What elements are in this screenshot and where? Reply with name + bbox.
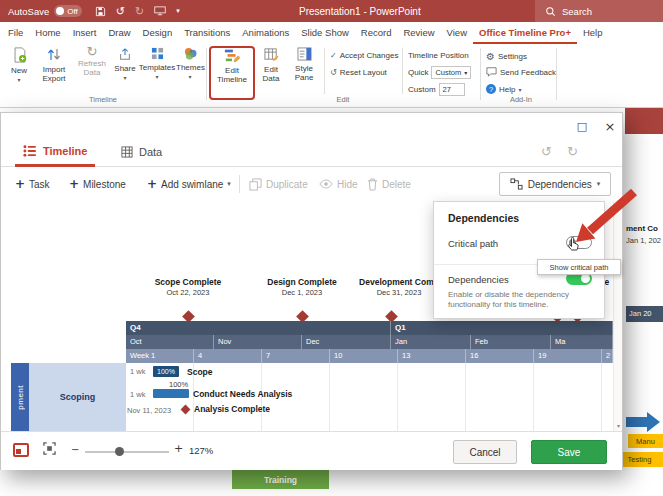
cancel-button[interactable]: Cancel bbox=[453, 440, 517, 464]
present-icon[interactable] bbox=[154, 6, 166, 16]
templates-button[interactable]: Templates ▾ bbox=[138, 47, 176, 97]
task-duration: 1 wk bbox=[130, 390, 145, 399]
edit-data-button[interactable]: Edit Data bbox=[256, 47, 286, 97]
tab-view[interactable]: View bbox=[441, 22, 473, 44]
task-name[interactable]: Scope bbox=[187, 367, 213, 377]
group-label-edit: Edit bbox=[313, 95, 373, 104]
quick-position-row: Quick Custom ▾ bbox=[408, 66, 471, 79]
dialog-tab-timeline[interactable]: Timeline bbox=[15, 137, 95, 167]
new-button[interactable]: New ▾ bbox=[4, 47, 34, 97]
app-window: AutoSave Off ↺ ↻ ▾ Presentation1 - Power… bbox=[0, 0, 663, 496]
ribbon-tab-bar: File Home Insert Draw Design Transitions… bbox=[0, 22, 663, 44]
settings-button[interactable]: ⚙ Settings bbox=[486, 51, 527, 62]
group-divider bbox=[206, 48, 207, 100]
save-button[interactable]: Save bbox=[531, 440, 607, 464]
tab-draw[interactable]: Draw bbox=[102, 22, 136, 44]
milestone-label[interactable]: Scope Complete Oct 22, 2023 bbox=[128, 277, 248, 297]
help-button[interactable]: ? Help ▾ bbox=[486, 84, 521, 94]
week-cell: 7 bbox=[262, 349, 330, 363]
tab-animations[interactable]: Animations bbox=[236, 22, 295, 44]
tab-file[interactable]: File bbox=[2, 22, 29, 44]
tab-slide-show[interactable]: Slide Show bbox=[295, 22, 355, 44]
duplicate-button[interactable]: Duplicate bbox=[249, 167, 308, 201]
dialog-maximize-button[interactable]: □ bbox=[571, 118, 593, 136]
toggle-knob bbox=[581, 274, 590, 283]
refresh-data-button[interactable]: ↻ Refresh Data bbox=[74, 47, 110, 97]
accept-changes-button[interactable]: ✓ Accept Changes bbox=[330, 51, 398, 60]
week-cell: 16 bbox=[466, 349, 534, 363]
timeline-side-strip: pment bbox=[11, 363, 29, 431]
month-cell: Nov bbox=[214, 335, 302, 349]
tab-insert[interactable]: Insert bbox=[67, 22, 103, 44]
reset-icon: ↺ bbox=[330, 68, 337, 77]
add-milestone-button[interactable]: + Milestone bbox=[69, 167, 126, 201]
task-progress-label: 100% bbox=[169, 380, 188, 389]
data-tab-icon bbox=[121, 146, 133, 158]
quarter-cell: Q4 bbox=[126, 321, 391, 335]
zoom-slider-track[interactable] bbox=[85, 451, 169, 453]
delete-button[interactable]: Delete bbox=[367, 167, 411, 201]
zoom-out-icon[interactable]: − bbox=[71, 444, 79, 455]
tab-transitions[interactable]: Transitions bbox=[178, 22, 236, 44]
scroll-down-icon[interactable]: ▾ bbox=[614, 422, 623, 429]
autosave-toggle[interactable]: Off bbox=[54, 5, 82, 17]
save-icon[interactable] bbox=[95, 6, 106, 17]
themes-icon bbox=[184, 47, 197, 60]
undo-icon[interactable]: ↺ bbox=[116, 6, 125, 17]
tab-review[interactable]: Review bbox=[397, 22, 440, 44]
import-export-icon bbox=[47, 47, 61, 62]
slide-boundaries-icon[interactable] bbox=[13, 443, 29, 457]
slide-arrow-shape bbox=[626, 412, 662, 432]
dialog-tab-data[interactable]: Data bbox=[113, 137, 170, 167]
task-bar[interactable] bbox=[153, 389, 189, 398]
dialog-close-button[interactable]: × bbox=[599, 118, 621, 136]
add-task-button[interactable]: + Task bbox=[15, 167, 50, 201]
dependencies-button[interactable]: Dependencies ▾ bbox=[499, 172, 611, 196]
slide-training-bar: Training bbox=[232, 470, 329, 489]
send-feedback-button[interactable]: Send Feedback bbox=[486, 67, 556, 77]
custom-position-input[interactable]: 27 bbox=[439, 83, 465, 96]
qat-chevron-icon[interactable]: ▾ bbox=[176, 6, 180, 17]
tab-help[interactable]: Help bbox=[577, 22, 609, 44]
hand-cursor bbox=[567, 237, 579, 251]
task-progress-chip[interactable]: 100% bbox=[153, 366, 179, 377]
task-name[interactable]: Conduct Needs Analysis bbox=[193, 389, 292, 399]
share-button[interactable]: Share ▾ bbox=[112, 47, 138, 97]
plus-icon: + bbox=[69, 177, 79, 191]
month-cell: Jan bbox=[391, 335, 471, 349]
zoom-level: 127% bbox=[189, 445, 213, 456]
search-label: Search bbox=[562, 6, 592, 17]
style-pane-button[interactable]: Style Pane bbox=[288, 47, 320, 97]
swimlane-scoping[interactable]: Scoping bbox=[29, 363, 126, 431]
hide-button[interactable]: Hide bbox=[319, 167, 358, 201]
reset-layout-button[interactable]: ↺ Reset Layout bbox=[330, 68, 387, 77]
canvas-scrollbar[interactable]: ▾ bbox=[613, 201, 622, 431]
add-swimlane-button[interactable]: + Add swimlane ▾ bbox=[147, 167, 231, 201]
tab-record[interactable]: Record bbox=[355, 22, 398, 44]
import-export-button[interactable]: Import Export bbox=[36, 47, 72, 97]
milestone-row-name[interactable]: Analysis Complete bbox=[194, 404, 270, 414]
month-cell: Feb bbox=[471, 335, 551, 349]
month-band: Oct Nov Dec Jan Feb Ma bbox=[126, 335, 613, 349]
side-strip-label: pment bbox=[16, 385, 25, 410]
fit-to-window-icon[interactable] bbox=[43, 442, 56, 455]
search-box[interactable]: Search bbox=[535, 0, 663, 22]
tab-design[interactable]: Design bbox=[137, 22, 179, 44]
edit-timeline-button[interactable]: Edit Timeline bbox=[212, 47, 252, 97]
quick-position-select[interactable]: Custom ▾ bbox=[431, 66, 471, 79]
check-icon: ✓ bbox=[330, 51, 337, 60]
slide-milestone-title-fragment: ment Co bbox=[626, 224, 658, 233]
chevron-down-icon: ▾ bbox=[464, 69, 467, 76]
dialog-undo-icon[interactable]: ↺ bbox=[541, 144, 552, 159]
redo-icon[interactable]: ↻ bbox=[135, 6, 144, 17]
zoom-in-icon[interactable]: + bbox=[174, 442, 183, 455]
zoom-slider-knob[interactable] bbox=[115, 447, 124, 456]
tab-home[interactable]: Home bbox=[29, 22, 66, 44]
themes-button[interactable]: Themes ▾ bbox=[176, 47, 204, 97]
dialog-redo-icon[interactable]: ↻ bbox=[567, 144, 578, 159]
tab-office-timeline[interactable]: Office Timeline Pro+ bbox=[473, 22, 577, 44]
autosave-toggle-knob bbox=[56, 7, 64, 15]
slide-tag-fragment-2: Testing bbox=[616, 452, 663, 467]
search-icon bbox=[545, 6, 556, 17]
slide-band-fragment: Jan 20 bbox=[626, 306, 663, 322]
